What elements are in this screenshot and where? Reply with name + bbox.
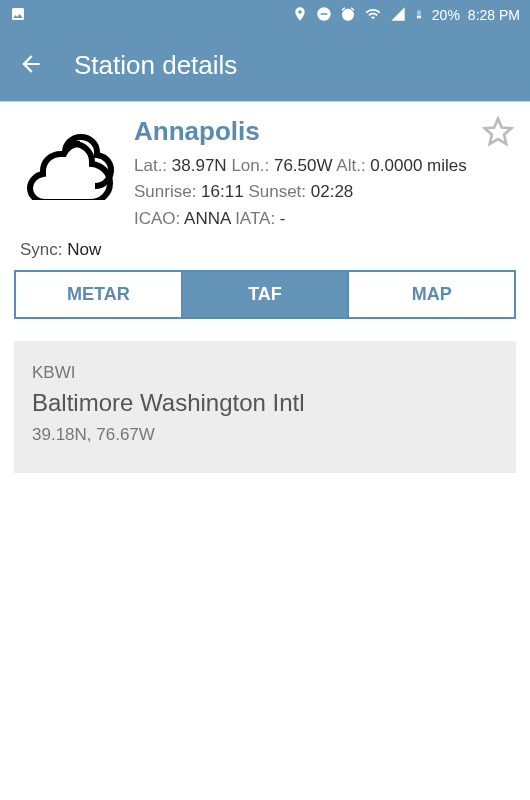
alarm-icon — [340, 6, 356, 25]
tab-metar[interactable]: METAR — [16, 272, 183, 317]
lon-label: Lon.: — [231, 156, 269, 175]
lat-value: 38.97N — [172, 156, 227, 175]
lat-label: Lat.: — [134, 156, 167, 175]
favorite-button[interactable] — [482, 116, 514, 152]
tab-map[interactable]: MAP — [349, 272, 514, 317]
alt-value: 0.0000 miles — [370, 156, 466, 175]
page-title: Station details — [74, 50, 237, 81]
clock-time: 8:28 PM — [468, 7, 520, 23]
station-card[interactable]: KBWI Baltimore Washington Intl 39.18N, 7… — [14, 341, 516, 473]
coords-line: Lat.: 38.97N Lon.: 76.50W Alt.: 0.0000 m… — [134, 153, 510, 179]
status-bar: 20% 8:28 PM — [0, 0, 530, 30]
codes-line: ICAO: ANNA IATA: - — [134, 206, 510, 232]
battery-percent: 20% — [432, 7, 460, 23]
battery-icon — [414, 6, 424, 25]
alt-label: Alt.: — [336, 156, 365, 175]
iata-value: - — [280, 209, 286, 228]
sync-line: Sync: Now — [0, 240, 530, 270]
wifi-icon — [364, 6, 382, 25]
back-button[interactable] — [18, 51, 44, 81]
icao-value: ANNA — [184, 209, 230, 228]
sunset-value: 02:28 — [311, 182, 354, 201]
sync-value: Now — [67, 240, 101, 259]
station-name: Annapolis — [134, 116, 510, 147]
lon-value: 76.50W — [274, 156, 333, 175]
location-icon — [292, 6, 308, 25]
station-info: Annapolis Lat.: 38.97N Lon.: 76.50W Alt.… — [134, 116, 510, 232]
sunset-label: Sunset: — [248, 182, 306, 201]
app-bar: Station details — [0, 30, 530, 102]
picture-icon — [10, 6, 26, 25]
iata-label: IATA: — [235, 209, 275, 228]
signal-icon — [390, 6, 406, 25]
tabs: METAR TAF MAP — [14, 270, 516, 319]
card-name: Baltimore Washington Intl — [32, 389, 498, 417]
sun-line: Sunrise: 16:11 Sunset: 02:28 — [134, 179, 510, 205]
card-icao: KBWI — [32, 363, 498, 383]
do-not-disturb-icon — [316, 6, 332, 25]
card-coords: 39.18N, 76.67W — [32, 425, 498, 445]
sunrise-value: 16:11 — [201, 182, 244, 201]
icao-label: ICAO: — [134, 209, 180, 228]
tab-taf[interactable]: TAF — [183, 272, 350, 317]
sunrise-label: Sunrise: — [134, 182, 196, 201]
station-details: Annapolis Lat.: 38.97N Lon.: 76.50W Alt.… — [0, 102, 530, 240]
sync-label: Sync: — [20, 240, 63, 259]
cloud-icon — [20, 116, 120, 232]
